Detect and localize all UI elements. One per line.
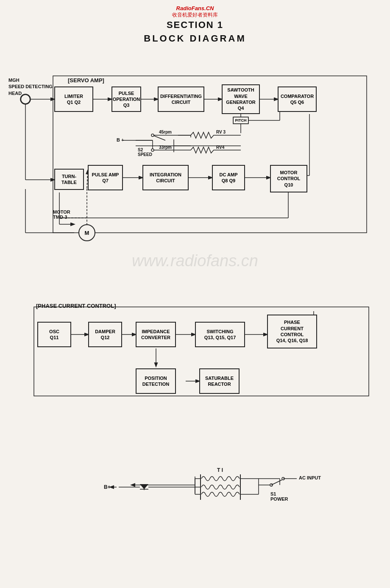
damper-block: DAMPERQ12 xyxy=(88,322,122,347)
rv4-label: RV4 xyxy=(216,145,224,150)
turntable-block: TURN-TABLE xyxy=(54,169,84,190)
diagram-lines xyxy=(8,53,382,582)
b-plus-servo: B + xyxy=(117,137,124,142)
mgh-circle xyxy=(20,94,31,104)
svg-rect-0 xyxy=(53,76,367,233)
integration-block: INTEGRATIONCIRCUIT xyxy=(142,165,189,190)
watermark: www.radiofans.cn xyxy=(132,252,258,270)
ac-input-label: AC INPUT xyxy=(299,475,321,480)
page: RadioFans.CN 收音机爱好者资料库 SECTION 1 BLOCK D… xyxy=(0,0,390,588)
motor-circle: M xyxy=(78,224,95,241)
servo-amp-label: [SERVO AMP] xyxy=(68,77,104,84)
pulse-op-block: PULSEOPERATIONQ3 xyxy=(111,86,141,112)
svg-line-72 xyxy=(271,480,282,485)
rv3-label: RV 3 xyxy=(216,130,226,134)
dc-amp-block: DC AMPQ8 Q9 xyxy=(212,165,245,190)
pulse-amp-block: PULSE AMPQ7 xyxy=(88,165,123,190)
phase-current-block: PHASECURRENTCONTROLQ14, Q16, Q18 xyxy=(267,315,317,348)
osc-block: OSCQ11 xyxy=(37,322,71,347)
pitch-label: PITCH xyxy=(233,117,248,124)
motor-tmd-label: MOTORTMD-3 xyxy=(53,209,70,220)
impedance-block: IMPEDANCECONVERTER xyxy=(136,322,176,347)
mgh-label: MGHSPEED DETECTINGHEAD xyxy=(8,77,53,97)
motor-control-block: MOTORCONTROLQ10 xyxy=(270,165,307,192)
s1-power-label: S1POWER xyxy=(270,491,288,502)
svg-point-73 xyxy=(282,477,284,480)
section-title: SECTION 1 xyxy=(0,20,390,31)
diagram-title: BLOCK DIAGRAM xyxy=(0,33,390,44)
svg-point-52 xyxy=(151,134,154,137)
svg-point-71 xyxy=(270,484,273,486)
limiter-block: LIMITERQ1 Q2 xyxy=(54,86,93,112)
position-detection-block: POSITIONDETECTION xyxy=(136,368,176,394)
site-link: RadioFans.CN xyxy=(0,5,390,11)
switching-block: SWITCHINGQ13, Q15, Q17 xyxy=(195,322,245,347)
chinese-subtitle: 收音机爱好者资料库 xyxy=(0,11,390,19)
33rpm-label: 33rpm xyxy=(159,145,172,150)
svg-line-51 xyxy=(153,135,165,140)
t1-label: T I xyxy=(217,467,223,473)
b-plus-power: B+ xyxy=(104,484,111,490)
45rpm-label: 45rpm xyxy=(159,130,172,134)
phase-current-label: [PHASE CURRENT CONTROL] xyxy=(36,303,116,309)
diff-circuit-block: DIFFERENTIATINGCIRCUIT xyxy=(158,86,204,112)
saturable-reactor-block: SATURABLEREACTOR xyxy=(199,368,240,394)
sawtooth-block: SAWTOOTHWAVEGENERATORQ4 xyxy=(222,84,260,114)
s2-speed-label: S2SPEED xyxy=(138,148,152,157)
diagram-area: www.radiofans.cn xyxy=(8,53,382,582)
comparator-block: COMPARATORQ5 Q6 xyxy=(278,86,317,112)
svg-marker-64 xyxy=(140,484,148,489)
header: RadioFans.CN 收音机爱好者资料库 SECTION 1 BLOCK D… xyxy=(0,0,390,44)
